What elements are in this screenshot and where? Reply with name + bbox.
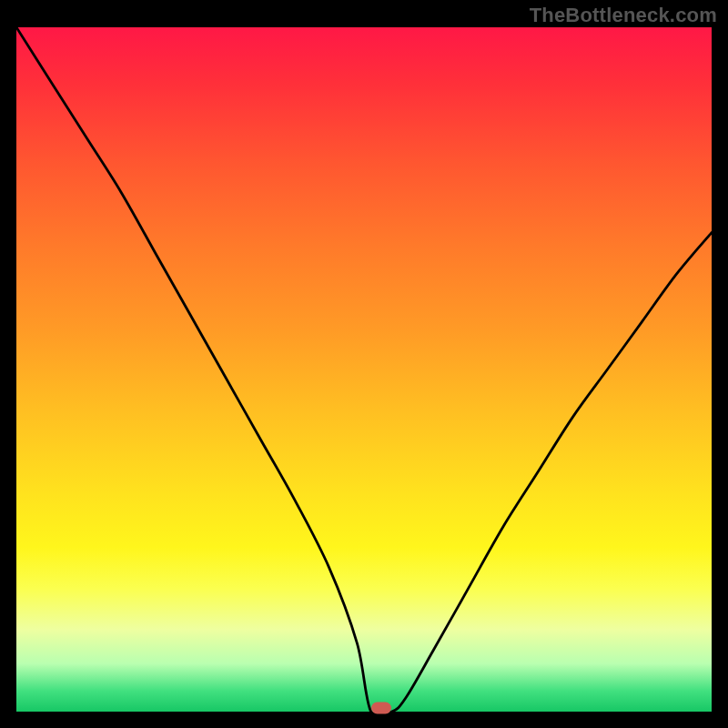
plot-area [16, 27, 712, 712]
chart-frame: TheBottleneck.com [0, 0, 728, 728]
optimal-marker-icon [371, 703, 391, 714]
watermark-text: TheBottleneck.com [530, 4, 717, 27]
bottleneck-curve [16, 27, 712, 712]
